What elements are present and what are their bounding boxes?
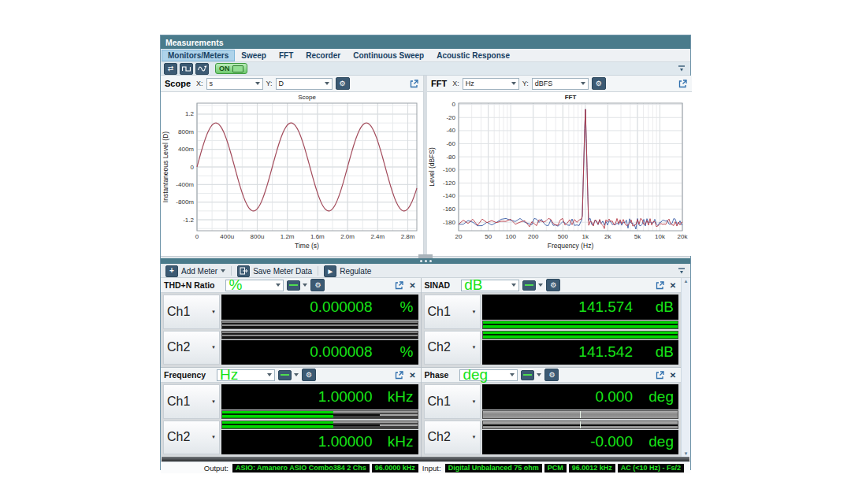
phase-close-icon[interactable]: ✕ bbox=[668, 370, 678, 380]
regulate-button[interactable]: ▶ Regulate bbox=[322, 265, 373, 276]
output-badge-0: ASIO: Amanero ASIO Combo384 2 Chs bbox=[232, 464, 370, 472]
svg-text:1.6m: 1.6m bbox=[310, 233, 325, 240]
fft-y-units-value: dBFS bbox=[535, 80, 553, 87]
meters-scrollbar[interactable]: ▲ ▼ bbox=[681, 278, 690, 457]
svg-text:50: 50 bbox=[485, 233, 492, 240]
tab-monitors-meters[interactable]: Monitors/Meters bbox=[162, 50, 234, 61]
tab-continuous-sweep[interactable]: Continuous Sweep bbox=[347, 50, 429, 61]
meter-display-icon bbox=[521, 370, 534, 380]
sinad-ch2-selector[interactable]: Ch2▼ bbox=[424, 331, 481, 365]
svg-text:20k: 20k bbox=[678, 233, 689, 240]
sinad-unit-select[interactable]: dB bbox=[461, 280, 519, 291]
thd-n-ratio-display-style-select[interactable] bbox=[287, 280, 307, 291]
frequency-unit-select[interactable]: Hz bbox=[217, 369, 275, 381]
horizontal-splitter[interactable] bbox=[161, 257, 690, 265]
meter-unit: deg bbox=[641, 388, 674, 406]
phase-display-style-select[interactable] bbox=[521, 370, 541, 380]
thd-n-ratio-settings-gear-icon[interactable]: ⚙ bbox=[310, 279, 325, 291]
scroll-down-icon[interactable]: ▼ bbox=[684, 451, 689, 456]
svg-text:-100: -100 bbox=[443, 166, 456, 173]
add-meter-button[interactable]: + Add Meter bbox=[164, 265, 227, 276]
phase-title: Phase bbox=[425, 370, 449, 380]
scope-popout-icon[interactable] bbox=[408, 79, 419, 89]
splitter-grip[interactable] bbox=[418, 254, 433, 258]
generator-on-toggle[interactable]: ON bbox=[215, 63, 247, 74]
chevron-down-icon bbox=[511, 82, 516, 85]
peak-hold-line bbox=[333, 414, 380, 416]
phase-unit-select[interactable]: deg bbox=[459, 369, 518, 381]
phase-settings-gear-icon[interactable]: ⚙ bbox=[544, 369, 559, 381]
sinad-popout-icon[interactable] bbox=[654, 280, 665, 291]
tab-acoustic-response[interactable]: Acoustic Response bbox=[431, 50, 515, 61]
level-bar bbox=[482, 331, 679, 339]
io-connector-icon[interactable]: ⇄ bbox=[164, 63, 177, 75]
level-bar bbox=[482, 321, 679, 329]
thd-n-ratio-popout-icon[interactable] bbox=[394, 280, 405, 291]
scope-chart[interactable]: 0400u800u1.2m1.6m2.0m2.4m2.8m1.2800m400m… bbox=[161, 92, 423, 258]
thd-n-ratio-ch1-selector[interactable]: Ch1▼ bbox=[163, 295, 220, 329]
fft-chart[interactable]: 20501002005001k2k5k10k20k0-20-40-60-80-1… bbox=[427, 92, 692, 258]
thd-n-ratio-unit-select[interactable]: % bbox=[225, 280, 284, 291]
channel-name: Ch2 bbox=[167, 430, 190, 444]
sinad-ch2-display: 141.542dB bbox=[482, 340, 679, 365]
chevron-down-icon: ▼ bbox=[211, 309, 216, 314]
meter-toolbar-pin-icon[interactable] bbox=[676, 266, 687, 276]
svg-text:-1.2: -1.2 bbox=[183, 217, 194, 224]
level-bar-fill bbox=[222, 421, 333, 428]
thd-n-ratio-header: THD+N Ratio%⚙✕ bbox=[161, 278, 421, 293]
desktop-background: Measurements Monitors/MetersSweepFFTReco… bbox=[0, 0, 851, 504]
fft-popout-icon[interactable] bbox=[677, 79, 688, 89]
save-meter-data-button[interactable]: Save Meter Data bbox=[236, 265, 314, 276]
chevron-down-icon bbox=[537, 373, 541, 376]
svg-text:5k: 5k bbox=[634, 233, 641, 240]
phase-ch2-selector[interactable]: Ch2▼ bbox=[424, 421, 481, 455]
svg-text:400m: 400m bbox=[178, 146, 194, 153]
chevron-down-icon: ▼ bbox=[211, 399, 216, 404]
phase-ch2-display: -0.000deg bbox=[482, 430, 679, 455]
tab-sweep[interactable]: Sweep bbox=[236, 50, 272, 61]
meters-section: THD+N Ratio%⚙✕Ch1▼0.000008%Ch2▼0.000008%… bbox=[161, 278, 690, 457]
toolbar-pin-icon[interactable] bbox=[676, 64, 687, 73]
meter-value: 141.542 bbox=[578, 343, 633, 361]
chevron-down-icon: ▼ bbox=[211, 345, 216, 350]
svg-text:Frequency (Hz): Frequency (Hz) bbox=[548, 242, 594, 250]
frequency-ch2-selector[interactable]: Ch2▼ bbox=[163, 421, 220, 455]
thd-n-ratio-close-icon[interactable]: ✕ bbox=[408, 280, 418, 290]
scope-x-label: X: bbox=[196, 80, 203, 87]
input-badge-3: AC (<10 Hz) - Fs/2 bbox=[618, 464, 684, 472]
on-label: ON bbox=[219, 65, 230, 72]
scrollbar-track[interactable] bbox=[682, 284, 690, 451]
frequency-ch2-display: 1.00000kHz bbox=[221, 430, 418, 455]
frequency-display-style-select[interactable] bbox=[278, 370, 299, 380]
fft-panel-title: FFT bbox=[431, 79, 447, 88]
frequency-close-icon[interactable]: ✕ bbox=[408, 370, 418, 380]
scope-x-units-select[interactable]: s bbox=[206, 78, 263, 90]
scope-settings-gear-icon[interactable]: ⚙ bbox=[336, 77, 350, 90]
sinad-display-style-select[interactable] bbox=[522, 280, 543, 291]
sinad-settings-gear-icon[interactable]: ⚙ bbox=[546, 279, 560, 291]
frequency-ch1-selector[interactable]: Ch1▼ bbox=[163, 384, 220, 419]
fft-x-units-select[interactable]: Hz bbox=[463, 78, 519, 90]
frequency-settings-gear-icon[interactable]: ⚙ bbox=[302, 369, 316, 381]
svg-text:-400m: -400m bbox=[176, 181, 194, 188]
phase-popout-icon[interactable] bbox=[654, 370, 665, 380]
frequency-body: Ch1▼1.00000kHzCh2▼1.00000kHz bbox=[161, 383, 421, 457]
phase-ch1-selector[interactable]: Ch1▼ bbox=[424, 384, 481, 419]
fft-settings-gear-icon[interactable]: ⚙ bbox=[592, 77, 606, 90]
regulate-label: Regulate bbox=[340, 267, 371, 276]
sinad-ch1-selector[interactable]: Ch1▼ bbox=[424, 295, 481, 329]
fft-x-units-value: Hz bbox=[466, 80, 474, 87]
fft-y-units-select[interactable]: dBFS bbox=[532, 78, 589, 90]
sinad-close-icon[interactable]: ✕ bbox=[668, 280, 678, 290]
output-label: Output: bbox=[204, 464, 229, 472]
generator-waveform-icon[interactable] bbox=[180, 63, 193, 75]
svg-text:800m: 800m bbox=[178, 128, 194, 135]
thd-n-ratio-ch2-selector[interactable]: Ch2▼ bbox=[163, 331, 220, 365]
scope-y-units-select[interactable]: D bbox=[276, 78, 333, 90]
frequency-popout-icon[interactable] bbox=[394, 370, 405, 380]
window-titlebar[interactable]: Measurements bbox=[161, 35, 690, 49]
analyzer-signal-icon[interactable] bbox=[195, 63, 209, 75]
fft-x-label: X: bbox=[452, 80, 459, 87]
tab-recorder[interactable]: Recorder bbox=[300, 50, 346, 61]
tab-fft[interactable]: FFT bbox=[273, 50, 299, 61]
